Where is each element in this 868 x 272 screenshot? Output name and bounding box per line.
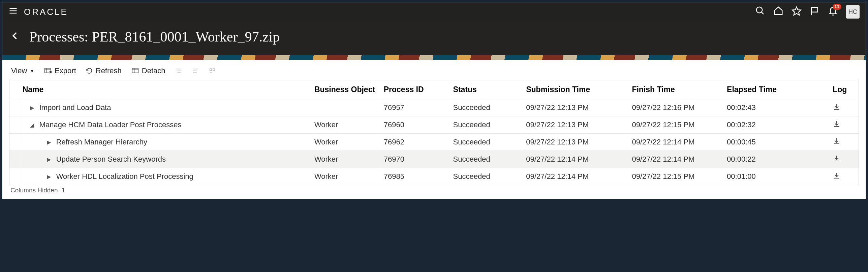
- expand-icon[interactable]: ▶: [47, 139, 53, 145]
- user-avatar[interactable]: HC: [846, 5, 860, 19]
- refresh-label: Refresh: [96, 66, 122, 75]
- table-row[interactable]: ▶Refresh Manager HierarchyWorker76962Suc…: [9, 134, 859, 151]
- row-name: Manage HCM Data Loader Post Processes: [39, 120, 182, 129]
- cell-process-id: 76970: [380, 151, 450, 168]
- cell-finish-time: 09/27/22 12:15 PM: [628, 116, 723, 134]
- tree-action-1-icon: [175, 67, 182, 75]
- cell-status: Succeeded: [450, 168, 523, 185]
- refresh-button[interactable]: Refresh: [86, 66, 122, 75]
- expand-icon[interactable]: ▶: [47, 173, 53, 180]
- download-icon[interactable]: [833, 156, 841, 164]
- flag-icon[interactable]: [810, 6, 820, 18]
- cell-submission-time: 09/27/22 12:13 PM: [523, 116, 628, 134]
- cell-process-id: 76960: [380, 116, 450, 134]
- collapse-icon[interactable]: ◢: [30, 122, 36, 128]
- star-icon[interactable]: [792, 6, 802, 18]
- col-business-object[interactable]: Business Object: [311, 80, 380, 99]
- columns-hidden-note: Columns Hidden 1: [9, 185, 859, 197]
- view-label: View: [11, 66, 27, 75]
- cell-process-id: 76985: [380, 168, 450, 185]
- col-process-id[interactable]: Process ID: [380, 80, 450, 99]
- cell-name: ◢Manage HCM Data Loader Post Processes: [19, 116, 311, 134]
- export-label: Export: [55, 66, 76, 75]
- cell-status: Succeeded: [450, 99, 523, 116]
- row-stub: [9, 134, 19, 151]
- cell-submission-time: 09/27/22 12:13 PM: [523, 99, 628, 116]
- cell-finish-time: 09/27/22 12:16 PM: [628, 99, 723, 116]
- tree-action-3-icon: [209, 67, 216, 75]
- cell-name: ▶Worker HDL Localization Post Processing: [19, 168, 311, 185]
- col-stub: [9, 80, 19, 99]
- page-title: Processes: PER_8161_0001_Worker_97.zip: [29, 29, 280, 45]
- cell-log: [829, 134, 859, 151]
- download-icon[interactable]: [833, 104, 841, 112]
- view-menu[interactable]: View ▼: [11, 66, 34, 75]
- table-header-row: Name Business Object Process ID Status S…: [9, 80, 859, 99]
- notifications-icon[interactable]: 11: [828, 6, 838, 18]
- row-stub: [9, 116, 19, 134]
- download-icon[interactable]: [833, 121, 841, 130]
- cell-process-id: 76957: [380, 99, 450, 116]
- col-finish-time[interactable]: Finish Time: [628, 80, 723, 99]
- cell-status: Succeeded: [450, 116, 523, 134]
- cell-elapsed-time: 00:00:22: [723, 151, 829, 168]
- search-icon[interactable]: [755, 6, 765, 18]
- table-row[interactable]: ◢Manage HCM Data Loader Post ProcessesWo…: [9, 116, 859, 134]
- app-frame: ORACLE 11 HC Processes: P: [2, 2, 866, 199]
- table-row[interactable]: ▶Import and Load Data76957Succeeded09/27…: [9, 99, 859, 116]
- decorative-strip: [2, 55, 866, 60]
- cell-log: [829, 99, 859, 116]
- cell-business-object: Worker: [311, 116, 380, 134]
- detach-button[interactable]: Detach: [131, 66, 165, 75]
- col-submission-time[interactable]: Submission Time: [523, 80, 628, 99]
- cell-log: [829, 151, 859, 168]
- home-icon[interactable]: [773, 6, 783, 18]
- svg-rect-6: [811, 7, 818, 12]
- cell-log: [829, 168, 859, 185]
- svg-marker-5: [793, 7, 801, 15]
- cell-submission-time: 09/27/22 12:14 PM: [523, 151, 628, 168]
- global-header: ORACLE 11 HC: [2, 2, 866, 21]
- cell-status: Succeeded: [450, 134, 523, 151]
- svg-rect-12: [132, 68, 138, 73]
- content-area: View ▼ Export Refresh Detach: [2, 60, 866, 199]
- col-name[interactable]: Name: [19, 80, 311, 99]
- notification-badge: 11: [833, 4, 841, 10]
- expand-icon[interactable]: ▶: [30, 105, 36, 111]
- export-button[interactable]: Export: [44, 66, 76, 75]
- svg-rect-21: [210, 69, 212, 71]
- table-row[interactable]: ▶Update Person Search KeywordsWorker7697…: [9, 151, 859, 168]
- row-name: Refresh Manager Hierarchy: [56, 138, 147, 146]
- cell-name: ▶Import and Load Data: [19, 99, 311, 116]
- oracle-logo: ORACLE: [24, 7, 68, 17]
- row-name: Import and Load Data: [39, 103, 111, 112]
- cell-business-object: Worker: [311, 151, 380, 168]
- svg-rect-9: [45, 68, 51, 73]
- process-table: Name Business Object Process ID Status S…: [9, 80, 859, 185]
- back-icon[interactable]: [10, 29, 20, 45]
- expand-icon[interactable]: ▶: [47, 156, 53, 163]
- cell-business-object: [311, 99, 380, 116]
- table-row[interactable]: ▶Worker HDL Localization Post Processing…: [9, 168, 859, 185]
- cell-elapsed-time: 00:00:45: [723, 134, 829, 151]
- columns-hidden-label: Columns Hidden: [10, 187, 58, 194]
- cell-business-object: Worker: [311, 168, 380, 185]
- col-log[interactable]: Log: [829, 80, 859, 99]
- cell-business-object: Worker: [311, 134, 380, 151]
- cell-submission-time: 09/27/22 12:13 PM: [523, 134, 628, 151]
- col-elapsed-time[interactable]: Elapsed Time: [723, 80, 829, 99]
- row-name: Update Person Search Keywords: [56, 155, 166, 164]
- cell-submission-time: 09/27/22 12:14 PM: [523, 168, 628, 185]
- svg-point-3: [756, 7, 763, 13]
- download-icon[interactable]: [833, 173, 841, 181]
- col-status[interactable]: Status: [450, 80, 523, 99]
- cell-finish-time: 09/27/22 12:14 PM: [628, 151, 723, 168]
- hamburger-icon[interactable]: [8, 6, 18, 18]
- svg-line-4: [762, 12, 764, 14]
- download-icon[interactable]: [833, 138, 841, 147]
- row-stub: [9, 168, 19, 185]
- cell-log: [829, 116, 859, 134]
- detach-label: Detach: [142, 66, 165, 75]
- cell-process-id: 76962: [380, 134, 450, 151]
- caret-down-icon: ▼: [30, 68, 34, 74]
